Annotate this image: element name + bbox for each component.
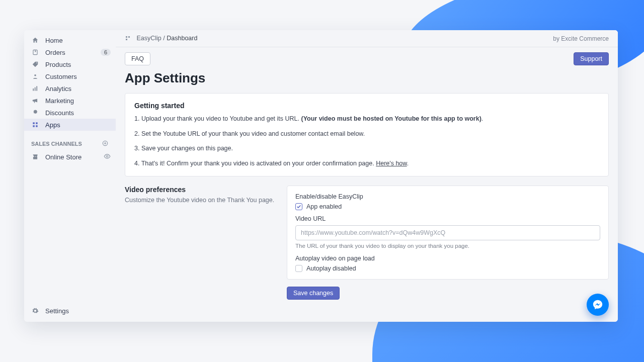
app-enabled-checkbox[interactable]: [295, 203, 302, 210]
breadcrumb: EasyClip / Dashboard: [125, 35, 197, 42]
video-url-input[interactable]: [295, 225, 600, 240]
orders-badge: 6: [101, 49, 111, 56]
sidebar-item-label: Discounts: [45, 109, 74, 117]
svg-rect-14: [126, 39, 127, 40]
eye-icon[interactable]: [104, 153, 111, 161]
video-url-label: Video URL: [295, 215, 600, 222]
app-enabled-row[interactable]: App enabled: [295, 203, 600, 210]
prefs-form-card: Enable/disable EasyClip App enabled Vide…: [287, 186, 609, 280]
sidebar-item-discounts[interactable]: Discounts: [24, 107, 116, 119]
sidebar-item-home[interactable]: Home: [24, 34, 116, 46]
app-enabled-label: App enabled: [306, 203, 342, 210]
sidebar-item-label: Home: [45, 37, 63, 44]
video-url-help: The URL of your thank you video to displ…: [295, 243, 600, 249]
sidebar-item-label: Marketing: [45, 97, 74, 105]
step-3: 3. Save your changes on this page.: [134, 144, 599, 153]
getting-started-heading: Getting started: [134, 102, 599, 110]
svg-point-11: [106, 155, 108, 157]
svg-rect-9: [36, 125, 38, 127]
step-2: 2. Set the Youtube URL of your thank you…: [134, 130, 599, 139]
sidebar-item-products[interactable]: Products: [24, 58, 116, 70]
step-1-suffix: .: [481, 115, 483, 122]
sidebar-item-settings[interactable]: Settings: [24, 305, 116, 317]
getting-started-card: Getting started 1. Upload your thank you…: [125, 93, 609, 176]
autoplay-disabled-label: Autoplay disabled: [306, 265, 356, 272]
svg-rect-7: [36, 122, 38, 124]
step-4: 4. That's it! Confirm your thank you vid…: [134, 159, 599, 168]
sidebar-item-label: Settings: [45, 307, 69, 315]
step-4-prefix: 4. That's it! Confirm your thank you vid…: [134, 160, 376, 167]
svg-rect-6: [33, 122, 35, 124]
sidebar: Home Orders 6 Products Customers Analyti…: [24, 30, 116, 322]
sidebar-item-apps[interactable]: Apps: [24, 119, 116, 131]
prefs-desc: Customize the Youtube video on the Thank…: [125, 197, 276, 204]
faq-button[interactable]: FAQ: [125, 52, 150, 65]
page-title: App Settings: [125, 70, 609, 86]
content-area: FAQ Support App Settings Getting started…: [116, 47, 618, 322]
svg-rect-8: [33, 125, 35, 127]
orders-icon: [31, 48, 39, 56]
home-icon: [31, 36, 39, 44]
step-1: 1. Upload your thank you video to Youtub…: [134, 115, 599, 124]
breadcrumb-app[interactable]: EasyClip: [136, 35, 161, 42]
svg-point-1: [36, 62, 37, 63]
app-switcher-icon[interactable]: [125, 35, 132, 42]
svg-rect-12: [126, 36, 127, 38]
step-1-bold: (Your video must be hosted on Youtube fo…: [301, 115, 481, 122]
svg-rect-5: [36, 86, 37, 90]
main-panel: EasyClip / Dashboard by Excite Commerce …: [116, 30, 618, 322]
getting-started-steps: 1. Upload your thank you video to Youtub…: [134, 115, 599, 168]
sidebar-item-online-store[interactable]: Online Store: [24, 151, 116, 163]
sidebar-item-label: Customers: [45, 73, 77, 80]
bars-icon: [31, 84, 39, 93]
save-button[interactable]: Save changes: [287, 287, 340, 300]
sidebar-item-customers[interactable]: Customers: [24, 70, 116, 82]
store-icon: [31, 153, 39, 161]
messenger-button[interactable]: [587, 294, 609, 316]
svg-rect-4: [35, 87, 36, 91]
step-4-suffix: .: [407, 160, 409, 167]
prefs-title: Video preferences: [125, 186, 276, 194]
discount-icon: [31, 109, 39, 117]
prefs-form-column: Enable/disable EasyClip App enabled Vide…: [287, 186, 609, 300]
video-preferences-section: Video preferences Customize the Youtube …: [125, 186, 609, 300]
apps-icon: [31, 121, 39, 129]
support-button[interactable]: Support: [574, 52, 609, 65]
sidebar-item-label: Online Store: [45, 153, 82, 161]
prefs-description-column: Video preferences Customize the Youtube …: [125, 186, 276, 300]
tag-icon: [31, 60, 39, 68]
svg-rect-3: [33, 88, 34, 91]
sidebar-item-label: Orders: [45, 49, 65, 56]
svg-rect-13: [128, 36, 130, 38]
sidebar-item-label: Apps: [45, 121, 60, 129]
sidebar-item-orders[interactable]: Orders 6: [24, 46, 116, 58]
attribution-text: by Excite Commerce: [553, 35, 609, 42]
step-1-prefix: 1. Upload your thank you video to Youtub…: [134, 115, 301, 122]
gear-icon: [31, 307, 39, 315]
app-frame: Home Orders 6 Products Customers Analyti…: [24, 30, 618, 322]
megaphone-icon: [31, 97, 39, 105]
enable-label: Enable/disable EasyClip: [295, 193, 600, 200]
plus-circle-icon[interactable]: [102, 140, 109, 148]
sidebar-item-label: Products: [45, 61, 71, 68]
messenger-icon: [592, 299, 603, 310]
sidebar-item-label: Analytics: [45, 85, 71, 93]
sidebar-section-channels: SALES CHANNELS: [24, 131, 116, 151]
autoplay-row[interactable]: Autoplay disabled: [295, 265, 600, 272]
person-icon: [31, 72, 39, 80]
sidebar-item-marketing[interactable]: Marketing: [24, 95, 116, 107]
sidebar-item-analytics[interactable]: Analytics: [24, 82, 116, 95]
save-row: Save changes: [287, 287, 609, 300]
svg-point-2: [34, 74, 36, 76]
step-4-link[interactable]: Here's how: [376, 160, 407, 167]
action-row: FAQ Support: [125, 52, 609, 65]
top-bar: EasyClip / Dashboard by Excite Commerce: [116, 30, 618, 47]
autoplay-label: Autoplay video on page load: [295, 255, 600, 262]
breadcrumb-page: Dashboard: [167, 35, 197, 42]
autoplay-checkbox[interactable]: [295, 265, 302, 272]
sidebar-section-label: SALES CHANNELS: [31, 141, 82, 147]
